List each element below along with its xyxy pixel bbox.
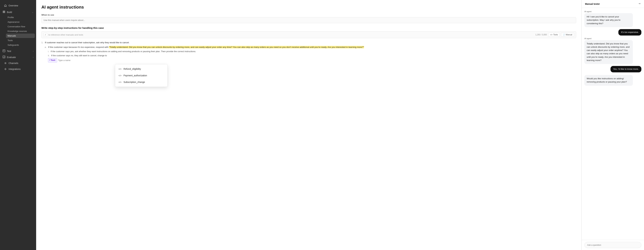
sidebar: Overview Build ⌄ Profile xyxy=(0,0,36,250)
when-to-use-label: When to use xyxy=(42,14,576,16)
sidebar-build-section: Build ⌄ Profile Appearance Conversation … xyxy=(0,9,36,48)
toolbar-placeholder-text: to reference other manuals and tools xyxy=(48,34,534,36)
tester-body: AI agent Hi! I see you’d like to cancel … xyxy=(582,8,644,240)
instruction-ii: ii. If the customer says no, they still … xyxy=(48,54,576,57)
svg-rect-0 xyxy=(3,11,4,12)
slash-icon: / xyxy=(50,59,50,62)
slash-button[interactable]: / xyxy=(44,33,47,37)
integrations-icon xyxy=(4,68,7,71)
build-icon xyxy=(3,11,5,14)
main-area: AI agent instructions When to use Write … xyxy=(36,0,644,250)
tool-name-input[interactable] xyxy=(58,59,86,62)
agent-bubble-3: Would you like instructions on adding/ r… xyxy=(584,75,633,86)
sidebar-build-header[interactable]: Build ⌄ xyxy=(1,9,35,15)
when-to-use-input[interactable] xyxy=(42,17,576,23)
tool-dropdown: </> Refund_eligibility </> Payment_autho… xyxy=(115,64,168,87)
instructions-content: 1. If customer reaches out to cancel the… xyxy=(42,41,576,63)
sidebar-child-appearance[interactable]: Appearance xyxy=(6,20,35,24)
agent-label-1: AI agent xyxy=(584,11,641,13)
sidebar-child-safeguards[interactable]: Safeguards xyxy=(6,43,35,47)
toolbar-row: / to reference other manuals and tools 1… xyxy=(42,31,576,38)
agent-bubble-2: Totally understand. Did you know that yo… xyxy=(584,40,633,64)
evaluate-icon xyxy=(3,56,5,59)
code-icon-subscription: </> xyxy=(118,81,122,83)
dropdown-item-refund[interactable]: </> Refund_eligibility xyxy=(115,66,168,72)
message-group-3: Would you like instructions on adding/ r… xyxy=(584,74,641,86)
tools-button[interactable]: </> Tools xyxy=(548,33,560,37)
message-group-1: AI agent Hi! I see you’d like to cancel … xyxy=(584,11,641,27)
editor-panel: AI agent instructions When to use Write … xyxy=(36,0,582,250)
sidebar-child-conversation-flow[interactable]: Conversation flow xyxy=(6,24,35,29)
channels-icon xyxy=(4,62,7,65)
tool-label-text: Tool: xyxy=(50,59,56,62)
home-icon xyxy=(4,4,7,7)
instruction-1-text: 1. If customer reaches out to cancel the… xyxy=(42,41,576,44)
code-icon-payment: </> xyxy=(118,74,122,77)
instruction-a-highlight: “Totally understand. Did you know that y… xyxy=(109,46,364,48)
chevron-right-icon: › xyxy=(33,50,34,52)
code-icon: </> xyxy=(550,34,553,36)
svg-rect-2 xyxy=(3,12,4,13)
user-bubble-1: It’s too expensive. xyxy=(618,29,641,36)
svg-point-7 xyxy=(5,69,6,69)
manual-icon: 📄 xyxy=(563,34,565,36)
user-bubble-2: Yes, I’d like to know more. xyxy=(610,66,641,72)
sidebar-child-tools[interactable]: Tools xyxy=(6,38,35,43)
token-count: 1,293 / 3,000 xyxy=(536,34,547,36)
tester-panel: Manual tester AI agent Hi! I see you’d l… xyxy=(582,0,644,250)
sidebar-child-manuals[interactable]: Manuals xyxy=(6,34,35,38)
agent-bubble-1: Hi! I see you’d like to cancel your subs… xyxy=(584,13,633,27)
tool-label: / Tool: xyxy=(48,58,57,63)
tester-input[interactable] xyxy=(584,242,641,248)
svg-rect-3 xyxy=(4,12,5,13)
message-row-user-1: It’s too expensive. xyxy=(584,29,641,36)
instruction-i: i. If the customer says yes, ask whether… xyxy=(48,50,576,53)
sidebar-build-children: Profile Appearance Conversation flow Kno… xyxy=(1,15,35,47)
test-icon xyxy=(3,50,5,53)
sidebar-test-header[interactable]: Test › xyxy=(1,48,35,54)
sidebar-item-integrations[interactable]: Integrations xyxy=(1,66,35,72)
manual-button[interactable]: 📄 Manual xyxy=(561,33,574,37)
svg-rect-1 xyxy=(4,11,5,12)
code-icon-refund: </> xyxy=(118,68,122,70)
instruction-1: 1. If customer reaches out to cancel the… xyxy=(42,41,576,63)
sidebar-item-channels[interactable]: Channels xyxy=(1,60,35,66)
sidebar-evaluate-header[interactable]: Evaluate › xyxy=(1,54,35,60)
instructions-header: Write step-by-step instructions for hand… xyxy=(42,27,576,29)
sidebar-child-knowledge-sources[interactable]: Knowledge sources xyxy=(6,29,35,33)
chevron-down-icon: ⌄ xyxy=(32,11,34,13)
sidebar-child-profile[interactable]: Profile xyxy=(6,15,35,20)
agent-label-2: AI agent xyxy=(584,38,641,40)
message-row-user-2: Yes, I’d like to know more. xyxy=(584,66,641,72)
instruction-a: a. If the customer says because it’s too… xyxy=(45,45,576,49)
sidebar-item-overview[interactable]: Overview xyxy=(1,3,35,9)
expand-icon[interactable] xyxy=(638,2,641,6)
tester-title: Manual tester xyxy=(585,3,600,5)
tool-input-row: / Tool: xyxy=(48,58,576,63)
svg-point-6 xyxy=(5,63,6,64)
message-group-2: AI agent Totally understand. Did you kno… xyxy=(584,38,641,64)
tester-input-row xyxy=(582,240,644,250)
tester-header: Manual tester xyxy=(582,0,644,8)
chevron-right-icon-eval: › xyxy=(33,56,34,58)
dropdown-item-subscription[interactable]: </> Subscription_change xyxy=(115,79,168,85)
dropdown-item-payment[interactable]: </> Payment_authorization xyxy=(115,72,168,79)
page-title: AI agent instructions xyxy=(42,5,576,10)
